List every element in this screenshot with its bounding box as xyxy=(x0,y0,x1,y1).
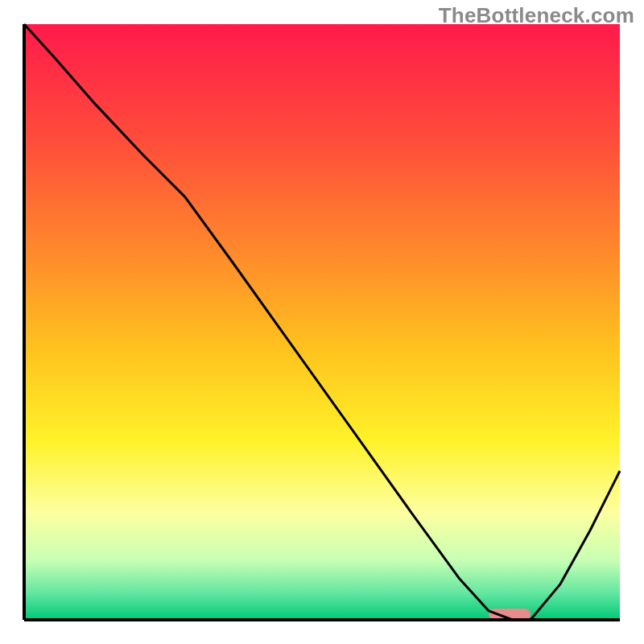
chart-canvas xyxy=(0,0,644,644)
bottleneck-chart: TheBottleneck.com xyxy=(0,0,644,644)
watermark-label: TheBottleneck.com xyxy=(439,3,634,28)
plot-background xyxy=(24,24,620,620)
